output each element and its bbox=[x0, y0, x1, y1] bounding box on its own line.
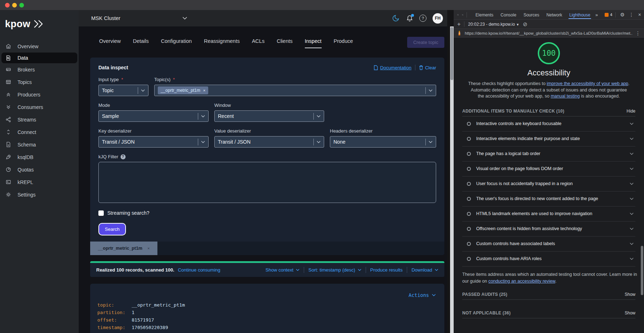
inspect-element-icon[interactable] bbox=[457, 12, 459, 18]
show-context-dropdown[interactable]: Show context bbox=[265, 267, 299, 273]
manual-check-row[interactable]: Custom controls have ARIA roles bbox=[462, 252, 635, 267]
clear-button[interactable]: Clear bbox=[419, 65, 436, 70]
dark-mode-moon-icon[interactable] bbox=[392, 14, 400, 22]
tab-overview[interactable]: Overview bbox=[99, 36, 121, 48]
more-tabs-icon[interactable]: » bbox=[594, 12, 599, 18]
chevron-down-icon bbox=[630, 153, 634, 155]
sort-dropdown[interactable]: Sort: timestamp (desc) bbox=[308, 267, 361, 273]
scrollbar-thumb[interactable] bbox=[450, 27, 453, 80]
manual-check-row[interactable]: HTML5 landmark elements are used to impr… bbox=[462, 207, 635, 222]
manual-check-row[interactable]: Offscreen content is hidden from assisti… bbox=[462, 222, 635, 237]
tab-clients[interactable]: Clients bbox=[277, 36, 292, 48]
maximize-window-button[interactable] bbox=[19, 3, 24, 8]
avatar[interactable]: FH bbox=[433, 13, 443, 24]
devtools-tab-console[interactable]: Console bbox=[497, 11, 520, 19]
headers-deserializer-select[interactable]: None bbox=[330, 136, 436, 148]
show-not-applicable-button[interactable]: Show bbox=[625, 310, 635, 315]
sidebar-item-topics[interactable]: Topics bbox=[0, 76, 79, 88]
tab-inspect[interactable]: Inspect bbox=[305, 36, 322, 48]
clear-reports-icon[interactable]: ⊘ bbox=[523, 21, 527, 28]
sidebar-item-data[interactable]: Data bbox=[1, 53, 77, 63]
report-menu-kebab-icon[interactable]: ⋮ bbox=[635, 30, 640, 36]
notifications-bell-icon[interactable] bbox=[406, 15, 413, 22]
new-report-plus-icon[interactable]: + bbox=[457, 21, 460, 28]
tab-details[interactable]: Details bbox=[133, 36, 148, 48]
help-icon[interactable]: ? bbox=[419, 15, 426, 22]
sidebar-item-producers[interactable]: Producers bbox=[0, 88, 79, 101]
unchecked-circle-icon bbox=[467, 167, 471, 171]
record-panel: Actions topic:__oprtr_metric_pt1m partit… bbox=[90, 284, 444, 333]
sidebar-item-schema[interactable]: Schema bbox=[0, 138, 79, 151]
record-field-offset: offset:81571917 bbox=[97, 316, 436, 324]
devtools-scrollbar-thumb[interactable] bbox=[641, 246, 643, 295]
kjq-filter-input[interactable] bbox=[98, 162, 436, 203]
continue-consuming-link[interactable]: Continue consuming bbox=[178, 267, 220, 273]
sidebar-item-consumers[interactable]: Consumers bbox=[0, 101, 79, 113]
mode-select[interactable]: Sample bbox=[98, 110, 209, 122]
search-button[interactable]: Search bbox=[98, 223, 126, 235]
key-deserializer-select[interactable]: Transit / JSON bbox=[98, 136, 209, 148]
streaming-search-checkbox[interactable] bbox=[98, 210, 104, 216]
hide-manual-checks-button[interactable]: Hide bbox=[626, 109, 635, 114]
manual-check-row[interactable]: Custom controls have associated labels bbox=[462, 237, 635, 252]
tab-reassignments[interactable]: Reassignments bbox=[204, 36, 240, 48]
page-scrollbar[interactable] bbox=[450, 26, 454, 333]
sidebar-item-settings[interactable]: Settings bbox=[0, 188, 79, 201]
window-select[interactable]: Recent bbox=[214, 110, 324, 122]
file-search-icon bbox=[5, 55, 11, 61]
chevron-down-icon bbox=[296, 269, 299, 271]
manual-check-row[interactable]: The page has a logical tab order bbox=[462, 146, 635, 161]
devtools-tab-network[interactable]: Network bbox=[543, 11, 566, 19]
devtools-settings-gear-icon[interactable]: ⚙ bbox=[620, 12, 625, 18]
devtools-tab-lighthouse[interactable]: Lighthouse bbox=[566, 11, 594, 19]
documentation-link[interactable]: Documentation bbox=[374, 65, 411, 70]
sidebar-item-streams[interactable]: Streams bbox=[0, 113, 79, 126]
manual-check-row[interactable]: Visual order on the page follows DOM ord… bbox=[462, 161, 635, 177]
issues-badge[interactable]: 4 bbox=[605, 13, 612, 17]
sidebar-item-brokers[interactable]: Brokers bbox=[0, 63, 79, 76]
input-type-select[interactable]: Topic bbox=[98, 85, 148, 96]
device-toolbar-icon[interactable] bbox=[462, 12, 463, 18]
logo-text: kpow bbox=[5, 19, 30, 30]
manual-check-row[interactable]: Interactive elements indicate their purp… bbox=[462, 131, 635, 146]
actions-dropdown[interactable]: Actions bbox=[409, 292, 436, 298]
report-url-row: https://demo.kpow.io/#/tenant/__kpow_glo… bbox=[454, 29, 644, 38]
tab-acls[interactable]: ACLs bbox=[252, 36, 264, 48]
close-window-button[interactable] bbox=[5, 3, 10, 8]
sidebar-item-overview[interactable]: Overview bbox=[0, 40, 79, 53]
sidebar-item-label: Settings bbox=[18, 192, 36, 198]
value-deserializer-select[interactable]: Transit / JSON bbox=[214, 136, 324, 148]
tab-produce[interactable]: Produce bbox=[334, 36, 353, 48]
manual-check-row[interactable]: The user's focus is directed to new cont… bbox=[462, 192, 635, 207]
devtools-tab-sources[interactable]: Sources bbox=[520, 11, 543, 19]
accessibility-review-link[interactable]: conducting an accessibility review bbox=[488, 279, 555, 284]
manual-checks-list: Interactive controls are keyboard focusa… bbox=[462, 116, 635, 267]
sidebar-item-label: Quotas bbox=[18, 167, 34, 173]
minimize-window-button[interactable] bbox=[12, 3, 17, 8]
sidebar-item-connect[interactable]: Connect bbox=[0, 126, 79, 138]
topics-multiselect[interactable]: __oprtr_metric_pt1m × bbox=[154, 85, 436, 96]
manual-testing-link[interactable]: manual testing bbox=[551, 94, 580, 99]
report-selector[interactable]: 20:02:23 - demo.kpow.io ▼ bbox=[468, 22, 519, 27]
cluster-selector[interactable]: MSK Cluster bbox=[91, 15, 187, 21]
manual-check-row[interactable]: Interactive controls are keyboard focusa… bbox=[462, 116, 635, 131]
devtools-menu-kebab-icon[interactable]: ⋮ bbox=[629, 12, 634, 18]
remove-topic-icon[interactable]: × bbox=[203, 88, 205, 93]
result-tab[interactable]: __oprtr_metric_pt1m × bbox=[90, 242, 157, 255]
show-passed-audits-button[interactable]: Show bbox=[625, 292, 635, 297]
manual-check-row[interactable]: User focus is not accidentally trapped i… bbox=[462, 177, 635, 192]
chevron-down-icon bbox=[317, 115, 321, 118]
sidebar-item-quotas[interactable]: Quotas bbox=[0, 163, 79, 176]
improve-accessibility-link[interactable]: improve the accessibility of your web ap… bbox=[547, 81, 628, 86]
help-icon[interactable]: ? bbox=[121, 154, 126, 159]
devtools-tab-elements[interactable]: Elements bbox=[472, 11, 497, 19]
sidebar-item-ksqldb[interactable]: ksqlDB bbox=[0, 151, 79, 163]
create-topic-button[interactable]: Create topic bbox=[407, 37, 444, 48]
devtools-close-icon[interactable]: × bbox=[638, 12, 641, 18]
app-header: MSK Cluster ? FH bbox=[79, 10, 448, 26]
tab-configuration[interactable]: Configuration bbox=[161, 36, 192, 48]
close-icon[interactable]: × bbox=[147, 246, 150, 250]
sidebar-item-krepl[interactable]: kREPL bbox=[0, 176, 79, 188]
download-dropdown[interactable]: Download bbox=[411, 267, 438, 273]
produce-results-link[interactable]: Produce results bbox=[370, 267, 402, 273]
